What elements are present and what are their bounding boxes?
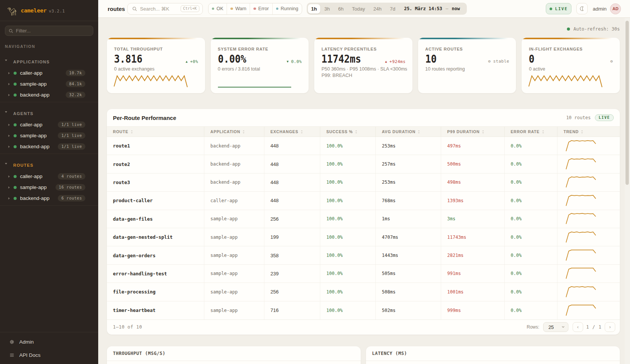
table-row-file-processing[interactable]: file-processingsample-app256100.0%508ms1…	[107, 283, 620, 301]
cell-trend	[557, 192, 620, 209]
cell-application: sample-app	[204, 283, 264, 301]
column-header-success-[interactable]: SUCCESS %	[320, 127, 376, 137]
prev-page-button[interactable]: ‹	[573, 322, 583, 332]
time-range-3h[interactable]: 3h	[320, 4, 334, 14]
rows-per-page-label: Rows:	[527, 324, 539, 330]
column-header-route[interactable]: ROUTE	[107, 127, 204, 137]
column-header-exchanges[interactable]: EXCHANGES	[264, 127, 320, 137]
sidebar-section-agents: AGENTScaller-app1/1 livesample-app1/1 li…	[0, 102, 98, 154]
cell-error-rate: 0.0%	[505, 228, 557, 246]
column-header-trend[interactable]: TREND	[557, 127, 620, 137]
sidebar-item-backend-app[interactable]: backend-app6 routes	[0, 193, 98, 204]
table-row-data-gen-files[interactable]: data-gen-filessample-app256100.0%1ms3ms0…	[107, 210, 620, 228]
column-header-avg-duration[interactable]: AVG DURATION	[376, 127, 441, 137]
time-range-24h[interactable]: 24h	[369, 4, 386, 14]
cell-application: sample-app	[204, 228, 264, 246]
cell-exchanges: 448	[264, 137, 320, 155]
table-row-route2[interactable]: route2backend-app448100.0%257ms500ms0.0%	[107, 155, 620, 173]
cell-exchanges: 448	[264, 192, 320, 209]
table-row-route1[interactable]: route1backend-app448100.0%253ms497ms0.0%	[107, 137, 620, 155]
status-filter-error[interactable]: Error	[250, 3, 272, 14]
delta-text: +924ms	[389, 59, 406, 64]
sidebar-item-sample-app[interactable]: sample-app1/1 live	[0, 130, 98, 141]
cell-success: 100.0%	[320, 174, 376, 191]
sort-icon	[581, 130, 583, 134]
date-range[interactable]: 25. März 14:53 — now	[404, 6, 460, 11]
table-row-timer-heartbeat[interactable]: timer-heartbeatsample-app716100.0%502ms9…	[107, 301, 620, 319]
stat-card-system-error-rate: SYSTEM ERROR RATE0.00%▼0.0%0 errors / 3.…	[211, 38, 309, 93]
theme-toggle-button[interactable]	[576, 3, 588, 14]
chart-card-throughput: THROUGHPUT (MSG/S)	[107, 346, 361, 364]
status-dot-icon	[253, 8, 256, 10]
scrollbar-thumb[interactable]	[625, 21, 629, 185]
search-input[interactable]	[140, 6, 181, 12]
column-header-label: SUCCESS %	[326, 129, 353, 134]
live-button[interactable]: LIVE	[546, 3, 572, 14]
cell-exchanges: 256	[264, 210, 320, 228]
chart-card-header: LATENCY (MS)	[366, 346, 620, 361]
section-header-applications[interactable]: APPLICATIONS	[0, 51, 98, 68]
item-badge: 16 routes	[56, 184, 85, 190]
column-header-label: AVG DURATION	[382, 129, 415, 134]
table-row-data-gen-orders[interactable]: data-gen-orderssample-app358100.0%1443ms…	[107, 246, 620, 264]
status-filter-running[interactable]: Running	[273, 3, 302, 14]
search-box[interactable]: Ctrl+K	[127, 3, 203, 15]
table-row-route3[interactable]: route3backend-app448100.0%253ms498ms0.0%	[107, 174, 620, 192]
time-range-7d[interactable]: 7d	[386, 4, 399, 14]
sidebar-item-backend-app[interactable]: backend-app1/1 live	[0, 141, 98, 152]
sparkline	[565, 267, 596, 280]
cell-error-rate: 0.0%	[505, 192, 557, 209]
cell-avg-duration: 1443ms	[376, 246, 441, 264]
item-name: backend-app	[20, 144, 58, 149]
stat-card-delta: ▲+0%	[186, 59, 198, 64]
page-title: routes	[108, 6, 125, 12]
table-row-product-caller[interactable]: product-callercaller-app448100.0%768ms13…	[107, 192, 620, 210]
sidebar-item-backend-app[interactable]: backend-app32.2k	[0, 89, 98, 100]
avatar[interactable]: AD	[610, 3, 621, 14]
column-header-p99-duration[interactable]: P99 DURATION	[441, 127, 505, 137]
sidebar-item-caller-app[interactable]: caller-app1/1 live	[0, 119, 98, 130]
cell-trend	[557, 265, 620, 283]
sidebar-item-sample-app[interactable]: sample-app16 routes	[0, 182, 98, 193]
column-header-error-rate[interactable]: ERROR RATE	[505, 127, 557, 137]
sort-icon	[355, 130, 357, 134]
table-row-data-gen-nested-split[interactable]: data-gen-nested-splitsample-app199100.0%…	[107, 228, 620, 246]
sparkline	[565, 231, 596, 243]
table-row-error-handling-test[interactable]: error-handling-testsample-app239100.0%50…	[107, 265, 620, 283]
scrollbar[interactable]	[625, 18, 630, 364]
sidebar-item-caller-app[interactable]: caller-app10.7k	[0, 68, 98, 78]
cell-success: 100.0%	[320, 246, 376, 264]
sparkline	[565, 176, 596, 188]
section-header-agents[interactable]: AGENTS	[0, 102, 98, 119]
sidebar-item-caller-app[interactable]: caller-app4 routes	[0, 171, 98, 182]
stat-card-value: 3.816	[114, 52, 142, 65]
status-filter-warn[interactable]: Warn	[227, 3, 250, 14]
sidebar-filter-input[interactable]	[16, 28, 90, 34]
section-header-routes[interactable]: ROUTES	[0, 154, 98, 171]
cell-avg-duration: 505ms	[376, 265, 441, 283]
next-page-button[interactable]: ›	[605, 322, 615, 332]
nav-label: NAVIGATION	[0, 36, 98, 51]
sidebar-footer: Admin API Docs	[0, 332, 98, 364]
status-filter-ok[interactable]: OK	[208, 3, 227, 14]
time-range-6h[interactable]: 6h	[334, 4, 347, 14]
stat-card-subtext: 0 errors / 3.816 total	[218, 66, 302, 72]
column-header-label: TREND	[564, 129, 579, 134]
sidebar-filter[interactable]	[5, 26, 93, 36]
sidebar-admin[interactable]: Admin	[0, 335, 98, 349]
time-range-today[interactable]: Today	[348, 4, 369, 14]
cell-success: 100.0%	[320, 192, 376, 209]
sidebar-item-sample-app[interactable]: sample-app84.1k	[0, 78, 98, 89]
rows-per-page-select[interactable]: 25	[543, 322, 568, 332]
chart-card-header: THROUGHPUT (MSG/S)	[107, 346, 361, 361]
chart-card-latency: LATENCY (MS)	[366, 346, 620, 364]
caret-right-icon	[8, 124, 10, 126]
column-header-application[interactable]: APPLICATION	[204, 127, 264, 137]
status-dot-icon	[14, 123, 17, 126]
sidebar-api-docs[interactable]: API Docs	[0, 349, 98, 362]
search-shortcut-badge: Ctrl+K	[181, 5, 199, 12]
cell-p99-duration: 11743ms	[441, 228, 505, 246]
table-footer: 1–10 of 10 Rows: 25 ‹ 1 / 1 ›	[107, 319, 620, 335]
time-range-1h[interactable]: 1h	[308, 4, 320, 14]
status-dot-icon	[14, 83, 17, 86]
